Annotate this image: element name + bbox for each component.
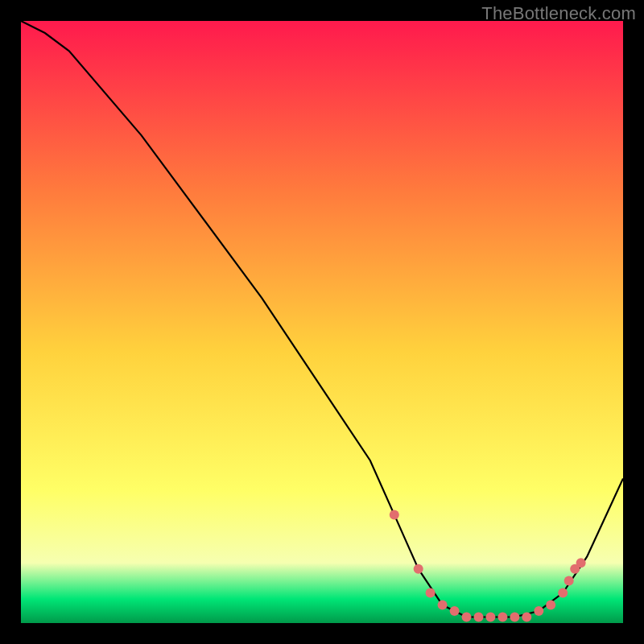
marker-dot — [546, 601, 555, 610]
marker-dot — [390, 510, 399, 519]
marker-dot — [510, 613, 519, 622]
marker-dot — [497, 613, 507, 622]
plot-area — [21, 21, 623, 623]
marker-dot — [450, 606, 460, 616]
watermark-text: TheBottleneck.com — [481, 3, 636, 24]
marker-dot — [426, 588, 436, 598]
chart-frame: TheBottleneck.com — [0, 0, 644, 644]
marker-dot — [485, 613, 495, 622]
marker-dot — [438, 601, 448, 610]
marker-dot — [564, 576, 574, 586]
bottleneck-chart — [21, 21, 623, 623]
marker-dot — [462, 613, 472, 622]
marker-dot — [414, 564, 423, 574]
marker-dot — [474, 613, 484, 622]
marker-dot — [522, 613, 531, 622]
marker-dot — [576, 558, 586, 568]
marker-dot — [534, 606, 543, 616]
marker-dot — [558, 588, 568, 598]
gradient-background — [21, 21, 623, 623]
